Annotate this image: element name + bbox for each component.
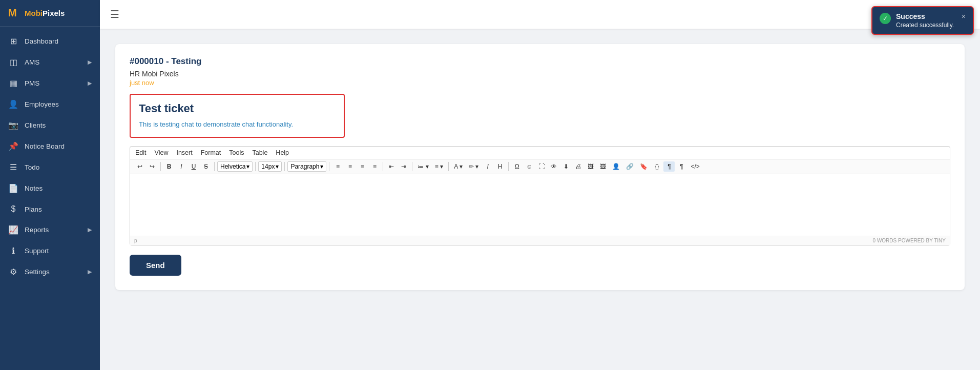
sidebar-item-support[interactable]: ℹ Support	[0, 240, 100, 261]
fullscreen-button[interactable]: ⛶	[536, 161, 547, 172]
sidebar-item-dashboard[interactable]: ⊞ Dashboard	[0, 31, 100, 52]
toast-close-button[interactable]: ×	[962, 12, 966, 20]
menu-table[interactable]: Table	[252, 149, 267, 156]
insert-image-button[interactable]: 🖼	[585, 161, 596, 172]
sidebar-label-pms: PMS	[25, 79, 81, 87]
sidebar-item-settings[interactable]: ⚙ Settings ▶	[0, 261, 100, 282]
sidebar-item-notes[interactable]: 📄 Notes	[0, 178, 100, 199]
source-button[interactable]: </>	[688, 161, 702, 172]
hamburger-icon[interactable]: ☰	[110, 8, 119, 20]
toast-content: Success Created successfully.	[896, 12, 954, 29]
sidebar-label-plans: Plans	[25, 205, 92, 213]
menu-edit[interactable]: Edit	[135, 149, 147, 156]
redo-button[interactable]: ↪	[147, 161, 158, 172]
insert-image2-button[interactable]: 🖼	[597, 161, 609, 172]
toolbar-sep-1	[160, 162, 161, 171]
editor-footer: p 0 WORDS POWERED BY TINY	[130, 236, 950, 245]
send-button[interactable]: Send	[130, 255, 181, 276]
print-button[interactable]: 🖨	[573, 161, 584, 172]
editor-footer-left: p	[134, 238, 873, 243]
editor-body[interactable]	[130, 174, 950, 236]
toolbar-sep-2	[214, 162, 215, 171]
sidebar-item-plans[interactable]: $ Plans	[0, 199, 100, 219]
italic-button[interactable]: I	[176, 161, 187, 172]
clients-icon: 📷	[8, 120, 18, 130]
logo-text: MobiPixels	[25, 9, 65, 17]
sidebar-item-notice-board[interactable]: 📌 Notice Board	[0, 136, 100, 157]
align-justify-button[interactable]: ≡	[369, 161, 380, 172]
toast-body: Created successfully.	[896, 22, 954, 29]
employees-icon: 👤	[8, 99, 18, 109]
paragraph-value: Paragraph	[290, 163, 319, 170]
align-center-button[interactable]: ≡	[344, 161, 356, 172]
align-right-button[interactable]: ≡	[357, 161, 368, 172]
toolbar-sep-4	[284, 162, 285, 171]
bg-color-button[interactable]: ✏ ▾	[466, 161, 481, 172]
logo-container: M P MobiPixels	[0, 0, 100, 27]
bookmark-button[interactable]: 🔖	[637, 161, 650, 172]
message-box: Test ticket This is testing chat to demo…	[130, 94, 345, 138]
sidebar-item-clients[interactable]: 📷 Clients	[0, 115, 100, 136]
sidebar-nav: ⊞ Dashboard ◫ AMS ▶ ▦ PMS ▶ 👤 Employees …	[0, 27, 100, 370]
editor-toolbar: ↩ ↪ B I U S Helvetica ▾ 14px ▾	[130, 159, 950, 174]
ams-arrow-icon: ▶	[88, 59, 92, 66]
sidebar-label-notes: Notes	[25, 184, 92, 192]
sidebar-label-reports: Reports	[25, 226, 81, 234]
ams-icon: ◫	[8, 57, 18, 67]
reports-arrow-icon: ▶	[88, 227, 92, 233]
emoji-button[interactable]: ☺	[524, 161, 535, 172]
preview-button[interactable]: 👁	[548, 161, 559, 172]
menu-view[interactable]: View	[155, 149, 169, 156]
toolbar-sep-6	[383, 162, 383, 171]
font-family-dropdown[interactable]: Helvetica ▾	[217, 161, 253, 172]
sidebar-item-reports[interactable]: 📈 Reports ▶	[0, 219, 100, 240]
sidebar-item-ams[interactable]: ◫ AMS ▶	[0, 52, 100, 73]
support-icon: ℹ	[8, 246, 18, 256]
code-button[interactable]: {}	[651, 161, 662, 172]
align-left-button[interactable]: ≡	[332, 161, 343, 172]
editor-container: Edit View Insert Format Tools Table Help…	[130, 146, 950, 245]
chat-link: chat	[242, 120, 255, 128]
toolbar-sep-3	[255, 162, 256, 171]
sidebar-item-pms[interactable]: ▦ PMS ▶	[0, 73, 100, 94]
font-size-dropdown[interactable]: 14px ▾	[258, 161, 282, 172]
header-button[interactable]: H	[494, 161, 506, 172]
font-family-value: Helvetica	[220, 163, 245, 170]
ordered-list-button[interactable]: ≔ ▾	[415, 161, 431, 172]
rtl-button[interactable]: ¶	[663, 161, 675, 172]
menu-help[interactable]: Help	[276, 149, 289, 156]
unordered-list-button[interactable]: ≡ ▾	[432, 161, 446, 172]
font-color-button[interactable]: A ▾	[451, 161, 465, 172]
notice-board-icon: 📌	[8, 141, 18, 151]
paragraph-arrow: ▾	[320, 163, 323, 170]
menu-insert[interactable]: Insert	[176, 149, 192, 156]
sidebar-item-todo[interactable]: ☰ Todo	[0, 157, 100, 178]
sidebar-label-clients: Clients	[25, 121, 92, 129]
export-button[interactable]: ⬇	[560, 161, 572, 172]
strikethrough-button[interactable]: S	[200, 161, 212, 172]
settings-icon: ⚙	[8, 267, 18, 277]
outdent-button[interactable]: ⇤	[386, 161, 397, 172]
bold-button[interactable]: B	[163, 161, 175, 172]
ticket-time: just now	[130, 79, 950, 87]
font-family-arrow: ▾	[246, 163, 249, 170]
menu-format[interactable]: Format	[201, 149, 221, 156]
sidebar-item-employees[interactable]: 👤 Employees	[0, 94, 100, 115]
undo-button[interactable]: ↩	[134, 161, 145, 172]
sidebar-label-ams: AMS	[25, 58, 81, 66]
special-char-button[interactable]: Ω	[511, 161, 523, 172]
ltr-button[interactable]: ¶	[676, 161, 687, 172]
editor-menubar: Edit View Insert Format Tools Table Help	[130, 147, 950, 159]
media-button[interactable]: 👤	[610, 161, 622, 172]
menu-tools[interactable]: Tools	[229, 149, 244, 156]
sidebar: M P MobiPixels ⊞ Dashboard ◫ AMS ▶ ▦ PMS…	[0, 0, 100, 370]
sidebar-label-settings: Settings	[25, 268, 81, 276]
sidebar-label-employees: Employees	[25, 100, 92, 108]
italic2-button[interactable]: I	[482, 161, 493, 172]
todo-icon: ☰	[8, 162, 18, 172]
top-bar: ☰	[100, 0, 980, 29]
link-button[interactable]: 🔗	[623, 161, 636, 172]
indent-button[interactable]: ⇥	[398, 161, 409, 172]
underline-button[interactable]: U	[188, 161, 199, 172]
paragraph-dropdown[interactable]: Paragraph ▾	[287, 161, 326, 172]
